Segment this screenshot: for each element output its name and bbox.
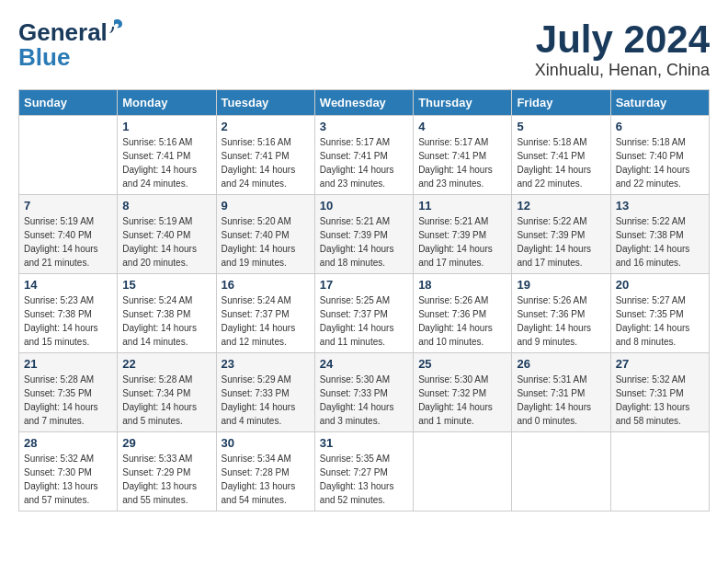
day-number: 24 <box>320 357 408 371</box>
day-info: Sunrise: 5:34 AM Sunset: 7:28 PM Dayligh… <box>222 452 310 507</box>
calendar-cell: 21Sunrise: 5:28 AM Sunset: 7:35 PM Dayli… <box>19 353 118 432</box>
day-number: 26 <box>517 357 605 371</box>
header: General Blue July 2024 Xinhualu, Henan, … <box>18 18 710 80</box>
calendar-cell: 25Sunrise: 5:30 AM Sunset: 7:32 PM Dayli… <box>414 353 512 432</box>
weekday-header-saturday: Saturday <box>610 90 709 116</box>
day-number: 19 <box>517 278 605 292</box>
calendar-cell: 2Sunrise: 5:16 AM Sunset: 7:41 PM Daylig… <box>216 116 314 195</box>
location-title: Xinhualu, Henan, China <box>535 61 710 80</box>
day-number: 23 <box>222 357 310 371</box>
day-info: Sunrise: 5:17 AM Sunset: 7:41 PM Dayligh… <box>418 135 506 190</box>
day-info: Sunrise: 5:16 AM Sunset: 7:41 PM Dayligh… <box>222 135 310 190</box>
day-info: Sunrise: 5:28 AM Sunset: 7:35 PM Dayligh… <box>24 373 112 428</box>
day-info: Sunrise: 5:30 AM Sunset: 7:33 PM Dayligh… <box>320 373 408 428</box>
calendar-cell <box>512 432 610 511</box>
day-number: 8 <box>122 199 210 213</box>
day-number: 17 <box>320 278 408 292</box>
day-number: 30 <box>222 436 310 450</box>
calendar-cell: 8Sunrise: 5:19 AM Sunset: 7:40 PM Daylig… <box>118 195 216 274</box>
calendar-cell: 3Sunrise: 5:17 AM Sunset: 7:41 PM Daylig… <box>314 116 413 195</box>
day-info: Sunrise: 5:19 AM Sunset: 7:40 PM Dayligh… <box>122 214 210 270</box>
day-number: 10 <box>320 199 408 213</box>
day-number: 28 <box>24 436 112 450</box>
calendar-cell <box>610 432 709 511</box>
day-info: Sunrise: 5:33 AM Sunset: 7:29 PM Dayligh… <box>122 452 210 507</box>
day-number: 15 <box>122 278 210 292</box>
calendar-cell: 19Sunrise: 5:26 AM Sunset: 7:36 PM Dayli… <box>512 274 610 353</box>
calendar-cell <box>19 116 118 195</box>
day-number: 16 <box>222 278 310 292</box>
calendar-cell: 4Sunrise: 5:17 AM Sunset: 7:41 PM Daylig… <box>414 116 512 195</box>
day-info: Sunrise: 5:28 AM Sunset: 7:34 PM Dayligh… <box>122 373 210 428</box>
day-number: 22 <box>122 357 210 371</box>
calendar-cell: 28Sunrise: 5:32 AM Sunset: 7:30 PM Dayli… <box>19 432 118 511</box>
weekday-header-friday: Friday <box>512 90 610 116</box>
day-info: Sunrise: 5:16 AM Sunset: 7:41 PM Dayligh… <box>122 135 210 190</box>
logo-blue: Blue <box>18 43 70 72</box>
day-number: 25 <box>418 357 506 371</box>
calendar-cell: 17Sunrise: 5:25 AM Sunset: 7:37 PM Dayli… <box>314 274 413 353</box>
day-number: 18 <box>418 278 506 292</box>
calendar-cell: 20Sunrise: 5:27 AM Sunset: 7:35 PM Dayli… <box>610 274 709 353</box>
day-number: 12 <box>517 199 605 213</box>
day-info: Sunrise: 5:21 AM Sunset: 7:39 PM Dayligh… <box>418 214 506 270</box>
day-info: Sunrise: 5:21 AM Sunset: 7:39 PM Dayligh… <box>320 214 408 270</box>
calendar-cell: 11Sunrise: 5:21 AM Sunset: 7:39 PM Dayli… <box>414 195 512 274</box>
day-info: Sunrise: 5:17 AM Sunset: 7:41 PM Dayligh… <box>320 135 408 190</box>
day-info: Sunrise: 5:31 AM Sunset: 7:31 PM Dayligh… <box>517 373 605 428</box>
day-info: Sunrise: 5:29 AM Sunset: 7:33 PM Dayligh… <box>222 373 310 428</box>
day-number: 13 <box>616 199 704 213</box>
calendar-cell: 24Sunrise: 5:30 AM Sunset: 7:33 PM Dayli… <box>314 353 413 432</box>
calendar-cell: 14Sunrise: 5:23 AM Sunset: 7:38 PM Dayli… <box>19 274 118 353</box>
calendar-cell: 6Sunrise: 5:18 AM Sunset: 7:40 PM Daylig… <box>610 116 709 195</box>
day-number: 20 <box>616 278 704 292</box>
day-number: 1 <box>122 120 210 133</box>
calendar-cell: 13Sunrise: 5:22 AM Sunset: 7:38 PM Dayli… <box>610 195 709 274</box>
day-number: 6 <box>616 120 704 133</box>
day-number: 31 <box>320 436 408 450</box>
weekday-header-monday: Monday <box>118 90 216 116</box>
day-info: Sunrise: 5:30 AM Sunset: 7:32 PM Dayligh… <box>418 373 506 428</box>
calendar-cell: 5Sunrise: 5:18 AM Sunset: 7:41 PM Daylig… <box>512 116 610 195</box>
day-info: Sunrise: 5:20 AM Sunset: 7:40 PM Dayligh… <box>222 214 310 270</box>
day-number: 11 <box>418 199 506 213</box>
day-info: Sunrise: 5:25 AM Sunset: 7:37 PM Dayligh… <box>320 293 408 349</box>
calendar-cell: 1Sunrise: 5:16 AM Sunset: 7:41 PM Daylig… <box>118 116 216 195</box>
day-info: Sunrise: 5:26 AM Sunset: 7:36 PM Dayligh… <box>418 293 506 349</box>
day-info: Sunrise: 5:18 AM Sunset: 7:41 PM Dayligh… <box>517 135 605 190</box>
day-number: 4 <box>418 120 506 133</box>
day-number: 9 <box>222 199 310 213</box>
calendar-cell: 26Sunrise: 5:31 AM Sunset: 7:31 PM Dayli… <box>512 353 610 432</box>
calendar-cell <box>414 432 512 511</box>
calendar-cell: 12Sunrise: 5:22 AM Sunset: 7:39 PM Dayli… <box>512 195 610 274</box>
day-number: 7 <box>24 199 112 213</box>
calendar-cell: 31Sunrise: 5:35 AM Sunset: 7:27 PM Dayli… <box>314 432 413 511</box>
day-info: Sunrise: 5:22 AM Sunset: 7:39 PM Dayligh… <box>517 214 605 270</box>
day-info: Sunrise: 5:23 AM Sunset: 7:38 PM Dayligh… <box>24 293 112 349</box>
day-info: Sunrise: 5:19 AM Sunset: 7:40 PM Dayligh… <box>24 214 112 270</box>
calendar-cell: 7Sunrise: 5:19 AM Sunset: 7:40 PM Daylig… <box>19 195 118 274</box>
weekday-header-wednesday: Wednesday <box>314 90 413 116</box>
day-info: Sunrise: 5:24 AM Sunset: 7:37 PM Dayligh… <box>222 293 310 349</box>
title-area: July 2024 Xinhualu, Henan, China <box>535 18 710 80</box>
logo: General Blue <box>18 18 108 72</box>
day-info: Sunrise: 5:32 AM Sunset: 7:30 PM Dayligh… <box>24 452 112 507</box>
weekday-header-thursday: Thursday <box>414 90 512 116</box>
month-title: July 2024 <box>535 18 710 61</box>
day-info: Sunrise: 5:32 AM Sunset: 7:31 PM Dayligh… <box>616 373 704 428</box>
day-number: 5 <box>517 120 605 133</box>
day-info: Sunrise: 5:24 AM Sunset: 7:38 PM Dayligh… <box>122 293 210 349</box>
logo-bird-icon <box>104 17 124 37</box>
calendar-cell: 15Sunrise: 5:24 AM Sunset: 7:38 PM Dayli… <box>118 274 216 353</box>
calendar-cell: 18Sunrise: 5:26 AM Sunset: 7:36 PM Dayli… <box>414 274 512 353</box>
calendar-cell: 22Sunrise: 5:28 AM Sunset: 7:34 PM Dayli… <box>118 353 216 432</box>
day-info: Sunrise: 5:26 AM Sunset: 7:36 PM Dayligh… <box>517 293 605 349</box>
day-number: 27 <box>616 357 704 371</box>
logo-general: General <box>18 18 108 46</box>
day-number: 29 <box>122 436 210 450</box>
calendar-cell: 30Sunrise: 5:34 AM Sunset: 7:28 PM Dayli… <box>216 432 314 511</box>
day-number: 14 <box>24 278 112 292</box>
calendar-cell: 29Sunrise: 5:33 AM Sunset: 7:29 PM Dayli… <box>118 432 216 511</box>
calendar-cell: 16Sunrise: 5:24 AM Sunset: 7:37 PM Dayli… <box>216 274 314 353</box>
calendar-cell: 9Sunrise: 5:20 AM Sunset: 7:40 PM Daylig… <box>216 195 314 274</box>
